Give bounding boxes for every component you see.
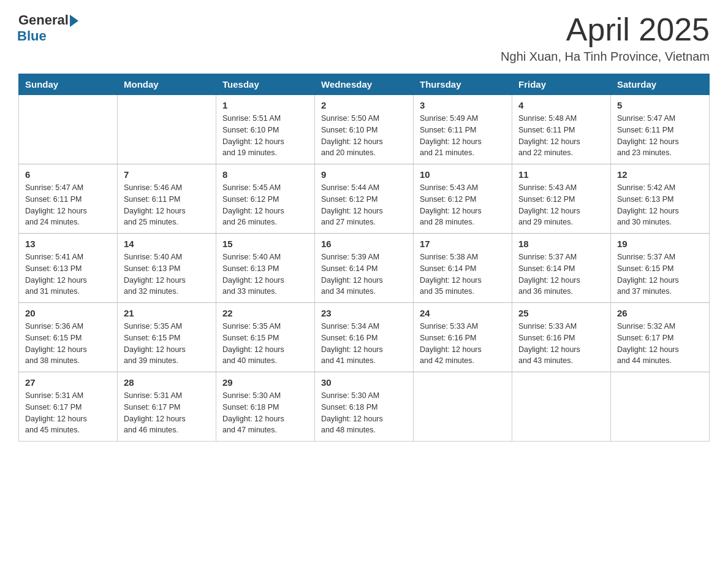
day-info: Sunrise: 5:45 AMSunset: 6:12 PMDaylight:… <box>222 182 308 228</box>
day-number: 29 <box>222 377 308 388</box>
title-section: April 2025 Nghi Xuan, Ha Tinh Province, … <box>501 12 710 64</box>
calendar-cell: 1Sunrise: 5:51 AMSunset: 6:10 PMDaylight… <box>216 95 315 164</box>
day-number: 9 <box>321 169 407 180</box>
day-number: 6 <box>25 169 111 180</box>
day-number: 17 <box>420 239 506 249</box>
day-number: 7 <box>124 169 210 180</box>
location-subtitle: Nghi Xuan, Ha Tinh Province, Vietnam <box>501 50 710 64</box>
calendar-cell: 29Sunrise: 5:30 AMSunset: 6:18 PMDayligh… <box>216 372 315 442</box>
calendar-cell: 19Sunrise: 5:37 AMSunset: 6:15 PMDayligh… <box>611 234 710 303</box>
calendar-week-row: 1Sunrise: 5:51 AMSunset: 6:10 PMDaylight… <box>19 95 710 164</box>
day-number: 8 <box>222 169 308 180</box>
calendar-cell <box>19 95 118 164</box>
calendar-cell: 25Sunrise: 5:33 AMSunset: 6:16 PMDayligh… <box>512 303 611 372</box>
day-info: Sunrise: 5:31 AMSunset: 6:17 PMDaylight:… <box>124 390 210 436</box>
day-number: 3 <box>420 100 506 110</box>
day-info: Sunrise: 5:30 AMSunset: 6:18 PMDaylight:… <box>321 390 407 436</box>
calendar-week-row: 6Sunrise: 5:47 AMSunset: 6:11 PMDaylight… <box>19 164 710 234</box>
day-number: 16 <box>321 239 407 249</box>
weekday-header-saturday: Saturday <box>611 74 710 95</box>
calendar-cell: 23Sunrise: 5:34 AMSunset: 6:16 PMDayligh… <box>315 303 414 372</box>
calendar-cell: 2Sunrise: 5:50 AMSunset: 6:10 PMDaylight… <box>315 95 414 164</box>
logo-text-blue: Blue <box>17 28 78 44</box>
day-info: Sunrise: 5:50 AMSunset: 6:10 PMDaylight:… <box>321 113 407 159</box>
calendar-cell: 5Sunrise: 5:47 AMSunset: 6:11 PMDaylight… <box>611 95 710 164</box>
day-info: Sunrise: 5:33 AMSunset: 6:16 PMDaylight:… <box>518 321 604 367</box>
calendar-week-row: 27Sunrise: 5:31 AMSunset: 6:17 PMDayligh… <box>19 372 710 442</box>
day-info: Sunrise: 5:43 AMSunset: 6:12 PMDaylight:… <box>420 182 506 228</box>
calendar-cell: 21Sunrise: 5:35 AMSunset: 6:15 PMDayligh… <box>118 303 216 372</box>
page-header: General Blue April 2025 Nghi Xuan, Ha Ti… <box>18 12 710 64</box>
day-number: 1 <box>222 100 308 110</box>
calendar-cell: 24Sunrise: 5:33 AMSunset: 6:16 PMDayligh… <box>414 303 512 372</box>
day-info: Sunrise: 5:37 AMSunset: 6:14 PMDaylight:… <box>518 251 604 297</box>
calendar-cell <box>611 372 710 442</box>
calendar-cell: 13Sunrise: 5:41 AMSunset: 6:13 PMDayligh… <box>19 234 118 303</box>
weekday-header-sunday: Sunday <box>19 74 118 95</box>
day-info: Sunrise: 5:38 AMSunset: 6:14 PMDaylight:… <box>420 251 506 297</box>
calendar-cell: 18Sunrise: 5:37 AMSunset: 6:14 PMDayligh… <box>512 234 611 303</box>
calendar-week-row: 20Sunrise: 5:36 AMSunset: 6:15 PMDayligh… <box>19 303 710 372</box>
calendar-cell: 30Sunrise: 5:30 AMSunset: 6:18 PMDayligh… <box>315 372 414 442</box>
calendar-week-row: 13Sunrise: 5:41 AMSunset: 6:13 PMDayligh… <box>19 234 710 303</box>
weekday-header-friday: Friday <box>512 74 611 95</box>
calendar-cell <box>414 372 512 442</box>
weekday-header-monday: Monday <box>118 74 216 95</box>
day-number: 18 <box>518 239 604 249</box>
day-info: Sunrise: 5:49 AMSunset: 6:11 PMDaylight:… <box>420 113 506 159</box>
day-info: Sunrise: 5:48 AMSunset: 6:11 PMDaylight:… <box>518 113 604 159</box>
day-info: Sunrise: 5:33 AMSunset: 6:16 PMDaylight:… <box>420 321 506 367</box>
day-number: 23 <box>321 308 407 318</box>
day-info: Sunrise: 5:44 AMSunset: 6:12 PMDaylight:… <box>321 182 407 228</box>
day-info: Sunrise: 5:41 AMSunset: 6:13 PMDaylight:… <box>25 251 111 297</box>
calendar-cell <box>118 95 216 164</box>
day-info: Sunrise: 5:43 AMSunset: 6:12 PMDaylight:… <box>518 182 604 228</box>
day-info: Sunrise: 5:40 AMSunset: 6:13 PMDaylight:… <box>124 251 210 297</box>
day-info: Sunrise: 5:32 AMSunset: 6:17 PMDaylight:… <box>617 321 703 367</box>
day-number: 11 <box>518 169 604 180</box>
day-number: 19 <box>617 239 703 249</box>
logo-arrow-icon <box>70 15 78 27</box>
day-info: Sunrise: 5:36 AMSunset: 6:15 PMDaylight:… <box>25 321 111 367</box>
day-info: Sunrise: 5:35 AMSunset: 6:15 PMDaylight:… <box>124 321 210 367</box>
day-info: Sunrise: 5:40 AMSunset: 6:13 PMDaylight:… <box>222 251 308 297</box>
day-info: Sunrise: 5:42 AMSunset: 6:13 PMDaylight:… <box>617 182 703 228</box>
calendar-cell: 16Sunrise: 5:39 AMSunset: 6:14 PMDayligh… <box>315 234 414 303</box>
calendar-cell: 10Sunrise: 5:43 AMSunset: 6:12 PMDayligh… <box>414 164 512 234</box>
calendar-cell: 3Sunrise: 5:49 AMSunset: 6:11 PMDaylight… <box>414 95 512 164</box>
weekday-header-thursday: Thursday <box>414 74 512 95</box>
calendar-cell: 27Sunrise: 5:31 AMSunset: 6:17 PMDayligh… <box>19 372 118 442</box>
day-number: 25 <box>518 308 604 318</box>
day-info: Sunrise: 5:51 AMSunset: 6:10 PMDaylight:… <box>222 113 308 159</box>
day-number: 24 <box>420 308 506 318</box>
day-number: 15 <box>222 239 308 249</box>
calendar-cell: 6Sunrise: 5:47 AMSunset: 6:11 PMDaylight… <box>19 164 118 234</box>
day-info: Sunrise: 5:34 AMSunset: 6:16 PMDaylight:… <box>321 321 407 367</box>
day-info: Sunrise: 5:35 AMSunset: 6:15 PMDaylight:… <box>222 321 308 367</box>
day-number: 22 <box>222 308 308 318</box>
day-info: Sunrise: 5:30 AMSunset: 6:18 PMDaylight:… <box>222 390 308 436</box>
logo-text-general: General <box>18 12 69 28</box>
day-number: 20 <box>25 308 111 318</box>
day-number: 2 <box>321 100 407 110</box>
day-number: 27 <box>25 377 111 388</box>
day-info: Sunrise: 5:47 AMSunset: 6:11 PMDaylight:… <box>25 182 111 228</box>
month-title: April 2025 <box>501 12 710 47</box>
calendar-cell: 9Sunrise: 5:44 AMSunset: 6:12 PMDaylight… <box>315 164 414 234</box>
day-number: 28 <box>124 377 210 388</box>
calendar-cell: 26Sunrise: 5:32 AMSunset: 6:17 PMDayligh… <box>611 303 710 372</box>
day-number: 30 <box>321 377 407 388</box>
day-number: 5 <box>617 100 703 110</box>
day-info: Sunrise: 5:37 AMSunset: 6:15 PMDaylight:… <box>617 251 703 297</box>
weekday-header-tuesday: Tuesday <box>216 74 315 95</box>
calendar-cell: 11Sunrise: 5:43 AMSunset: 6:12 PMDayligh… <box>512 164 611 234</box>
weekday-header-wednesday: Wednesday <box>315 74 414 95</box>
day-number: 21 <box>124 308 210 318</box>
calendar-cell: 20Sunrise: 5:36 AMSunset: 6:15 PMDayligh… <box>19 303 118 372</box>
day-number: 26 <box>617 308 703 318</box>
calendar-cell: 14Sunrise: 5:40 AMSunset: 6:13 PMDayligh… <box>118 234 216 303</box>
calendar-table: SundayMondayTuesdayWednesdayThursdayFrid… <box>18 74 710 442</box>
calendar-cell: 4Sunrise: 5:48 AMSunset: 6:11 PMDaylight… <box>512 95 611 164</box>
day-number: 14 <box>124 239 210 249</box>
calendar-cell: 22Sunrise: 5:35 AMSunset: 6:15 PMDayligh… <box>216 303 315 372</box>
